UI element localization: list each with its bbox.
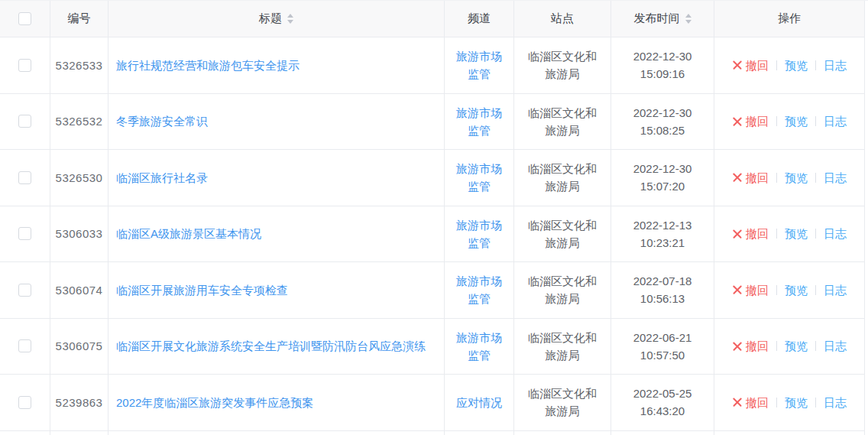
row-channel-link[interactable]: 旅游市场 监管 bbox=[456, 104, 502, 139]
row-checkbox[interactable] bbox=[18, 171, 31, 184]
log-button[interactable]: 日志 bbox=[824, 169, 847, 187]
preview-button[interactable]: 预览 bbox=[785, 281, 808, 299]
cell-channel: 旅游市场 监管 bbox=[445, 206, 514, 262]
row-site: 临淄区文化和 旅游局 bbox=[528, 216, 597, 252]
row-checkbox[interactable] bbox=[18, 227, 31, 240]
row-channel-link[interactable]: 旅游市场 监管 bbox=[456, 216, 502, 252]
row-checkbox[interactable] bbox=[18, 115, 31, 128]
close-icon bbox=[732, 229, 742, 239]
row-checkbox[interactable] bbox=[18, 396, 31, 409]
revoke-button[interactable]: 撤回 bbox=[732, 281, 769, 299]
row-id: 5306074 bbox=[56, 281, 103, 299]
cell-actions bbox=[714, 431, 865, 435]
revoke-label: 撤回 bbox=[746, 57, 769, 74]
log-button[interactable]: 日志 bbox=[824, 394, 847, 411]
action-divider bbox=[815, 341, 816, 351]
table-row: 5326530 临淄区旅行社名录 旅游市场 监管 临淄区文化和 旅游局 2022… bbox=[0, 150, 865, 206]
row-title-link[interactable]: 临淄区开展文化旅游系统安全生产培训暨防汛防台风应急演练 bbox=[116, 337, 426, 355]
row-checkbox[interactable] bbox=[18, 339, 31, 352]
header-cell-site: 站点 bbox=[514, 1, 611, 37]
cell-title: 临淄区A级旅游景区基本情况 bbox=[108, 206, 445, 262]
row-title-link[interactable]: 临淄区旅行社名录 bbox=[116, 169, 208, 187]
row-checkbox[interactable] bbox=[18, 59, 31, 72]
row-checkbox[interactable] bbox=[18, 284, 31, 297]
preview-button[interactable]: 预览 bbox=[785, 225, 808, 242]
revoke-button[interactable]: 撤回 bbox=[732, 169, 769, 187]
row-time: 2022-12-30 15:07:20 bbox=[633, 160, 692, 195]
sort-icon[interactable] bbox=[287, 14, 293, 24]
revoke-button[interactable]: 撤回 bbox=[732, 225, 769, 242]
row-id: 5326533 bbox=[56, 57, 103, 74]
preview-button[interactable]: 预览 bbox=[785, 394, 808, 411]
cell-title: 临淄区开展旅游用车安全专项检查 bbox=[108, 262, 445, 318]
cell-site bbox=[514, 431, 611, 435]
cell-id: 5326530 bbox=[50, 150, 108, 206]
action-divider bbox=[776, 173, 777, 183]
sort-icon[interactable] bbox=[685, 14, 691, 24]
cell-checkbox bbox=[0, 375, 50, 430]
cell-title: 冬季旅游安全常识 bbox=[108, 94, 445, 150]
cell-channel: 旅游市场 监管 bbox=[445, 37, 514, 93]
preview-button[interactable]: 预览 bbox=[785, 337, 808, 355]
revoke-button[interactable]: 撤回 bbox=[732, 57, 769, 74]
cell-site: 临淄区文化和 旅游局 bbox=[514, 150, 611, 206]
select-all-checkbox[interactable] bbox=[18, 12, 31, 25]
row-channel-link[interactable]: 旅游市场 监管 bbox=[456, 329, 502, 364]
cell-actions: 撤回 预览 日志 bbox=[714, 206, 865, 262]
cell-id: 5306033 bbox=[50, 206, 108, 262]
table-header: 编号 标题 频道 站点 发布时间 操作 bbox=[0, 1, 865, 37]
revoke-button[interactable]: 撤回 bbox=[732, 112, 769, 130]
row-id: 5306033 bbox=[56, 225, 103, 242]
preview-button[interactable]: 预览 bbox=[785, 112, 808, 130]
cell-checkbox bbox=[0, 431, 50, 435]
cell-site: 临淄区文化和 旅游局 bbox=[514, 37, 611, 93]
log-button[interactable]: 日志 bbox=[824, 112, 847, 130]
row-time: 2022-07-18 10:56:13 bbox=[633, 272, 692, 307]
revoke-label: 撤回 bbox=[746, 337, 769, 355]
action-divider bbox=[776, 116, 777, 126]
revoke-button[interactable]: 撤回 bbox=[732, 394, 769, 411]
row-title-link[interactable]: 旅行社规范经营和旅游包车安全提示 bbox=[116, 57, 300, 74]
log-button[interactable]: 日志 bbox=[824, 57, 847, 74]
revoke-button[interactable]: 撤回 bbox=[732, 337, 769, 355]
table-row: 5326532 冬季旅游安全常识 旅游市场 监管 临淄区文化和 旅游局 2022… bbox=[0, 94, 865, 151]
preview-button[interactable]: 预览 bbox=[785, 169, 808, 187]
close-icon bbox=[732, 60, 742, 70]
log-button[interactable]: 日志 bbox=[824, 337, 847, 355]
header-cell-actions: 操作 bbox=[714, 1, 865, 37]
row-channel-link[interactable]: 应对情况 bbox=[456, 394, 502, 411]
cell-actions: 撤回 预览 日志 bbox=[714, 262, 865, 318]
log-button[interactable]: 日志 bbox=[824, 281, 847, 299]
row-title-link[interactable]: 临淄区开展旅游用车安全专项检查 bbox=[116, 281, 288, 299]
cell-site: 临淄区文化和 旅游局 bbox=[514, 262, 611, 318]
log-button[interactable]: 日志 bbox=[824, 225, 847, 242]
table-row bbox=[0, 431, 865, 435]
row-site: 临淄区文化和 旅游局 bbox=[528, 329, 597, 364]
row-title-link[interactable]: 冬季旅游安全常识 bbox=[116, 112, 208, 130]
action-divider bbox=[815, 285, 816, 295]
cell-channel: 应对情况 bbox=[445, 375, 514, 430]
close-icon bbox=[732, 173, 742, 183]
row-title-link[interactable]: 2022年度临淄区旅游突发事件应急预案 bbox=[116, 394, 313, 411]
header-cell-id: 编号 bbox=[50, 1, 108, 37]
cell-title: 2022年度临淄区旅游突发事件应急预案 bbox=[108, 375, 445, 430]
row-channel-link[interactable]: 旅游市场 监管 bbox=[456, 160, 502, 195]
cell-actions: 撤回 预览 日志 bbox=[714, 37, 865, 93]
revoke-label: 撤回 bbox=[746, 394, 769, 411]
cell-time: 2022-07-18 10:56:13 bbox=[611, 262, 714, 318]
preview-button[interactable]: 预览 bbox=[785, 57, 808, 74]
cell-channel: 旅游市场 监管 bbox=[445, 94, 514, 150]
row-channel-link[interactable]: 旅游市场 监管 bbox=[456, 47, 502, 83]
row-channel-link[interactable]: 旅游市场 监管 bbox=[456, 272, 502, 307]
cell-id: 5306074 bbox=[50, 262, 108, 318]
cell-checkbox bbox=[0, 262, 50, 318]
cell-actions: 撤回 预览 日志 bbox=[714, 94, 865, 150]
close-icon bbox=[732, 116, 742, 126]
cell-checkbox bbox=[0, 150, 50, 206]
table-row: 5239863 2022年度临淄区旅游突发事件应急预案 应对情况 临淄区文化和 … bbox=[0, 375, 865, 431]
cell-id: 5306075 bbox=[50, 319, 108, 375]
row-title-link[interactable]: 临淄区A级旅游景区基本情况 bbox=[116, 225, 261, 242]
revoke-label: 撤回 bbox=[746, 225, 769, 242]
caret-down-icon bbox=[685, 20, 691, 24]
cell-checkbox bbox=[0, 206, 50, 262]
